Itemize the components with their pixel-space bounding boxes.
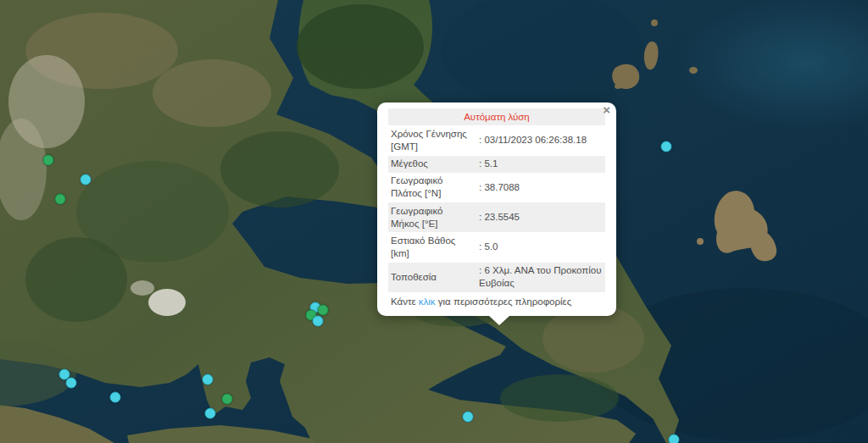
earthquake-dot[interactable] <box>669 435 680 443</box>
earthquake-dot[interactable] <box>43 155 54 166</box>
islet <box>689 67 698 74</box>
forest-patch <box>220 131 339 208</box>
earthquake-details-table: Αυτόματη λύση Χρόνος Γέννησης [GMT]: 03/… <box>388 108 605 292</box>
forest-patch <box>297 4 424 89</box>
row-value: : 03/11/2023 06:26:38.18 <box>476 125 605 155</box>
earthquake-dot[interactable] <box>313 316 324 327</box>
islet <box>697 238 704 245</box>
popup-title: Αυτόματη λύση <box>388 108 605 125</box>
rock-patch <box>153 59 271 127</box>
earthquake-dot[interactable] <box>66 378 77 389</box>
earthquake-dot[interactable] <box>222 394 233 405</box>
table-row: Γεωγραφικό Μήκος [°E]: 23.5545 <box>388 202 605 232</box>
earthquake-dot[interactable] <box>205 408 216 419</box>
earthquake-dot[interactable] <box>463 412 474 423</box>
table-row: Χρόνος Γέννησης [GMT]: 03/11/2023 06:26:… <box>388 125 605 155</box>
row-label: Μέγεθος <box>388 156 476 173</box>
popup-footer: Κάντε κλικ για περισσότερες πληροφορίες <box>388 292 605 308</box>
map-viewport: × Αυτόματη λύση Χρόνος Γέννησης [GMT]: 0… <box>0 0 868 443</box>
row-label: Εστιακό Βάθος [km] <box>388 232 476 262</box>
row-label: Γεωγραφικό Μήκος [°E] <box>388 202 476 232</box>
close-icon[interactable]: × <box>603 103 610 116</box>
row-value: : 5.0 <box>476 232 605 262</box>
more-info-link[interactable]: κλικ <box>419 296 436 307</box>
row-label: Γεωγραφικό Πλάτος [°N] <box>388 173 476 202</box>
popup-tail <box>489 316 509 325</box>
earthquake-dot[interactable] <box>318 305 329 316</box>
islet <box>615 84 621 89</box>
forest-patch <box>25 237 127 322</box>
row-value: : 5.1 <box>476 156 605 173</box>
table-row: Μέγεθος: 5.1 <box>388 156 605 173</box>
earthquake-dot[interactable] <box>110 392 121 403</box>
earthquake-info-popup: × Αυτόματη λύση Χρόνος Γέννησης [GMT]: 0… <box>377 102 616 316</box>
islet <box>651 19 658 26</box>
earthquake-dot[interactable] <box>55 194 66 205</box>
earthquake-dot[interactable] <box>203 374 214 385</box>
table-row: Εστιακό Βάθος [km]: 5.0 <box>388 232 605 262</box>
footer-text: Κάντε <box>391 296 419 307</box>
row-value: : 23.5545 <box>476 202 605 232</box>
earthquake-dot[interactable] <box>81 174 92 186</box>
row-label: Τοποθεσία <box>388 263 476 292</box>
earthquake-dot[interactable] <box>661 141 672 152</box>
cloud-patch <box>131 280 154 296</box>
forest-patch <box>500 374 619 422</box>
table-row: Γεωγραφικό Πλάτος [°N]: 38.7088 <box>388 173 605 202</box>
footer-text: για περισσότερες πληροφορίες <box>436 296 572 307</box>
row-value: : 38.7088 <box>476 173 605 202</box>
table-row: Τοποθεσία: 6 Χλμ. ΑΝΑ του Προκοπίου Ευβο… <box>388 263 605 292</box>
cloud-patch <box>148 289 186 316</box>
row-label: Χρόνος Γέννησης [GMT] <box>388 125 476 155</box>
row-value: : 6 Χλμ. ΑΝΑ του Προκοπίου Ευβοίας <box>476 263 605 292</box>
